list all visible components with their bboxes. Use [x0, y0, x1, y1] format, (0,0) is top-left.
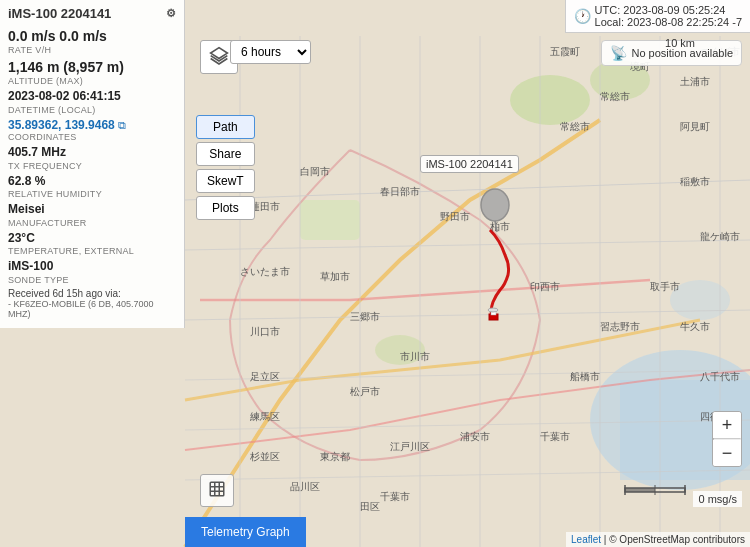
skewt-button[interactable]: SkewT: [196, 169, 255, 193]
left-panel: iMS-100 2204141 ⚙ 0.0 m/s 0.0 m/s RATE V…: [0, 0, 185, 328]
temperature-row: 23°C TEMPERATURE, EXTERNAL: [8, 231, 176, 257]
svg-text:常総市: 常総市: [560, 121, 590, 132]
hours-dropdown[interactable]: 6 hours 1 hour 12 hours 24 hours: [230, 40, 311, 64]
svg-text:船橋市: 船橋市: [570, 371, 600, 382]
svg-text:柏市: 柏市: [489, 221, 510, 232]
received-row: Received 6d 15h ago via: - KF6ZEO-MOBILE…: [8, 288, 176, 319]
svg-text:杉並区: 杉並区: [249, 451, 280, 462]
temperature-value: 23°C: [8, 231, 176, 247]
svg-text:さいたま市: さいたま市: [240, 266, 290, 277]
humidity-value: 62.8 %: [8, 174, 176, 190]
svg-text:市川市: 市川市: [400, 351, 430, 362]
svg-point-60: [481, 189, 509, 221]
svg-text:浦安市: 浦安市: [460, 431, 490, 442]
freq-row: 405.7 MHz TX FREQUENCY: [8, 145, 176, 171]
svg-text:練馬区: 練馬区: [249, 411, 280, 422]
manufacturer-label: MANUFACTURER: [8, 218, 176, 228]
sonde-map-label: iMS-100 2204141: [420, 155, 519, 173]
hours-select-container[interactable]: 6 hours 1 hour 12 hours 24 hours: [230, 40, 311, 64]
svg-rect-71: [210, 482, 224, 496]
datetime-label: DATETIME (LOCAL): [8, 105, 176, 115]
datetime-row: 2023-08-02 06:41:15 DATETIME (LOCAL): [8, 89, 176, 115]
svg-rect-69: [625, 488, 655, 492]
svg-text:白岡市: 白岡市: [300, 166, 330, 177]
datetime-value: 2023-08-02 06:41:15: [8, 89, 176, 105]
coordinates-row[interactable]: 35.89362, 139.9468 ⧉ COORDINATES: [8, 118, 176, 142]
map-frame-button[interactable]: [200, 474, 234, 507]
svg-text:田区: 田区: [360, 501, 380, 512]
altitude-label: ALTITUDE (MAX): [8, 76, 176, 86]
svg-text:松戸市: 松戸市: [350, 386, 380, 397]
svg-rect-6: [300, 200, 360, 240]
received-via: - KF6ZEO-MOBILE (6 DB, 405.7000 MHZ): [8, 299, 176, 319]
svg-text:八千代市: 八千代市: [700, 371, 740, 382]
svg-text:龍ケ崎市: 龍ケ崎市: [700, 231, 740, 242]
freq-label: TX FREQUENCY: [8, 161, 176, 171]
svg-point-64: [488, 308, 498, 312]
path-button[interactable]: Path: [196, 115, 255, 139]
osm-attribution: © OpenStreetMap contributors: [609, 534, 745, 545]
rate-value: 0.0 m/s 0.0 m/s: [8, 27, 176, 45]
svg-text:五霞町: 五霞町: [550, 46, 580, 57]
share-button[interactable]: Share: [196, 142, 255, 166]
svg-text:野田市: 野田市: [440, 211, 470, 222]
freq-value: 405.7 MHz: [8, 145, 176, 161]
svg-text:稲敷市: 稲敷市: [680, 176, 710, 187]
humidity-row: 62.8 % RELATIVE HUMIDITY: [8, 174, 176, 200]
svg-text:春日部市: 春日部市: [380, 186, 420, 197]
altitude-value: 1,146 m (8,957 m): [8, 58, 176, 76]
temperature-label: TEMPERATURE, EXTERNAL: [8, 246, 176, 256]
svg-text:足立区: 足立区: [250, 371, 280, 382]
plots-button[interactable]: Plots: [196, 196, 255, 220]
svg-text:取手市: 取手市: [650, 281, 680, 292]
rate-row: 0.0 m/s 0.0 m/s RATE V/H: [8, 27, 176, 55]
svg-text:土浦市: 土浦市: [680, 76, 710, 87]
telemetry-graph-button[interactable]: Telemetry Graph: [185, 517, 306, 547]
title-bar: iMS-100 2204141 ⚙: [8, 6, 176, 21]
copy-coords-icon[interactable]: ⧉: [118, 119, 126, 131]
svg-text:江戸川区: 江戸川区: [390, 441, 430, 452]
svg-text:三郷市: 三郷市: [350, 311, 380, 322]
svg-point-4: [510, 75, 590, 125]
svg-text:東京都: 東京都: [320, 451, 350, 462]
map-attribution: Leaflet | © OpenStreetMap contributors: [566, 532, 750, 547]
zoom-controls: + −: [712, 411, 742, 467]
scale-label: 10 km: [665, 37, 695, 49]
rate-label: RATE V/H: [8, 45, 176, 55]
speed-display: 0 msg/s: [693, 491, 742, 507]
svg-text:千葉市: 千葉市: [380, 491, 410, 502]
humidity-label: RELATIVE HUMIDITY: [8, 189, 176, 199]
sonde-type-row: iMS-100 SONDE TYPE: [8, 259, 176, 285]
zoom-out-button[interactable]: −: [713, 440, 741, 466]
settings-icon[interactable]: ⚙: [166, 7, 176, 20]
sonde-title: iMS-100 2204141: [8, 6, 111, 21]
svg-text:常総市: 常総市: [600, 91, 630, 102]
zoom-in-button[interactable]: +: [713, 412, 741, 438]
svg-text:印西市: 印西市: [530, 281, 560, 292]
leaflet-link[interactable]: Leaflet: [571, 534, 601, 545]
svg-text:阿見町: 阿見町: [680, 121, 710, 132]
time-display: 🕐 UTC: 2023-08-09 05:25:24 Local: 2023-0…: [565, 0, 750, 33]
svg-text:牛久市: 牛久市: [680, 321, 710, 332]
altitude-row: 1,146 m (8,957 m) ALTITUDE (MAX): [8, 58, 176, 86]
sonde-type-label: SONDE TYPE: [8, 275, 176, 285]
received-text: Received 6d 15h ago via:: [8, 288, 176, 299]
svg-text:品川区: 品川区: [290, 481, 320, 492]
svg-text:草加市: 草加市: [320, 271, 350, 282]
utc-time: UTC: 2023-08-09 05:25:24: [595, 4, 742, 16]
sonde-type-value: iMS-100: [8, 259, 176, 275]
svg-text:千葉市: 千葉市: [540, 431, 570, 442]
svg-text:習志野市: 習志野市: [600, 321, 640, 332]
manufacturer-row: Meisei MANUFACTURER: [8, 202, 176, 228]
clock-icon: 🕐: [574, 8, 591, 24]
svg-text:川口市: 川口市: [250, 326, 280, 337]
no-position-icon: 📡: [610, 45, 627, 61]
local-time: Local: 2023-08-08 22:25:24 -7: [595, 16, 742, 28]
coordinates-label: COORDINATES: [8, 132, 176, 142]
manufacturer-value: Meisei: [8, 202, 176, 218]
coordinates-link[interactable]: 35.89362, 139.9468: [8, 118, 115, 132]
